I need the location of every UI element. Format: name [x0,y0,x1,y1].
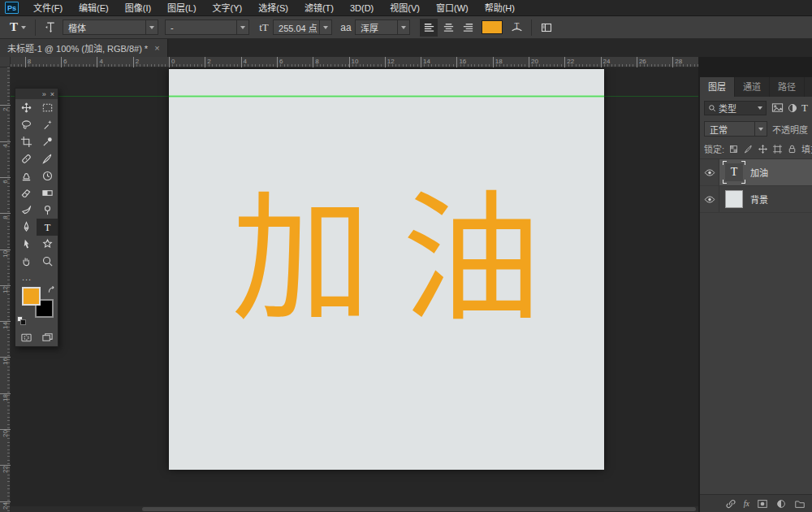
menu-item-9[interactable]: 窗口(W) [428,0,477,16]
ruler-number: 18 [0,393,11,403]
menu-item-3[interactable]: 图层(L) [159,0,204,16]
layers-panel: 图层 通道 路径 类型 T [700,77,812,512]
tab-channels[interactable]: 通道 [735,77,770,97]
align-right-button[interactable] [459,19,477,37]
font-family-select[interactable]: 楷体 [63,20,158,35]
rectangular-marquee-tool[interactable] [37,99,58,116]
lock-position-icon[interactable] [758,144,768,154]
chevron-down-icon[interactable] [236,20,248,34]
layer-row-text[interactable]: T 加油 [700,159,812,186]
pen-tool[interactable] [15,219,37,236]
lock-transparency-icon[interactable] [728,144,739,154]
history-brush-tool[interactable] [37,167,58,184]
filter-pixel-layers-icon[interactable] [771,102,784,114]
dodge-tool[interactable] [37,202,58,219]
font-style-select[interactable]: - [165,20,249,35]
filter-adjustment-layers-icon[interactable] [787,102,798,114]
text-layer-thumbnail[interactable]: T [725,163,743,181]
close-icon[interactable]: × [154,43,159,53]
eraser-tool[interactable] [15,184,37,202]
hand-tool[interactable] [15,253,37,270]
close-icon[interactable]: × [50,90,54,98]
clone-stamp-tool[interactable] [15,167,37,184]
custom-shape-tool[interactable] [37,236,58,253]
tab-layers[interactable]: 图层 [700,77,735,97]
blend-mode-select[interactable]: 正常 [704,121,767,137]
lock-artboard-icon[interactable] [772,144,783,154]
healing-brush-tool[interactable] [15,150,37,167]
ruler-number: 6 [0,177,11,187]
document-tab[interactable]: 未标题-1 @ 100% (加油, RGB/8#) * × [0,39,168,57]
custom-shape-tool-icon [41,238,54,250]
eyedropper-tool[interactable] [37,133,58,150]
move-tool[interactable] [15,99,37,116]
quick-mask-icon[interactable] [20,332,32,344]
ruler-number: 20 [529,57,538,67]
lock-all-icon[interactable] [787,144,797,154]
menu-item-1[interactable]: 编辑(E) [71,0,117,16]
text-orientation-toggle-icon[interactable] [41,19,59,37]
default-colors-icon[interactable] [17,316,27,326]
new-group-icon[interactable] [794,498,806,510]
screen-mode-icon[interactable] [41,332,54,344]
menu-item-0[interactable]: 文件(F) [25,0,71,16]
align-left-button[interactable] [420,19,438,37]
chevron-down-icon[interactable] [145,20,158,34]
quick-selection-tool[interactable] [37,116,58,133]
link-layers-icon[interactable] [725,498,736,510]
edit-toolbar-button[interactable]: ... [15,270,58,284]
guide-line[interactable] [169,95,604,98]
menu-item-4[interactable]: 文字(Y) [205,0,251,16]
menu-item-10[interactable]: 帮助(H) [477,0,523,16]
tool-preset-picker[interactable]: T [6,20,29,34]
path-selection-tool[interactable] [15,236,37,253]
dodge-tool-icon [41,204,54,216]
crop-tool[interactable] [15,133,37,150]
menu-item-2[interactable]: 图像(I) [117,0,159,16]
type-tool-icon: T [41,221,54,233]
layer-visibility-toggle[interactable] [700,159,719,185]
gradient-tool-icon [41,187,54,199]
layer-name[interactable]: 背景 [750,193,768,206]
adjustment-layer-icon[interactable] [775,498,787,510]
layer-name[interactable]: 加油 [750,166,768,179]
photoshop-window: Ps 文件(F)编辑(E)图像(I)图层(L)文字(Y)选择(S)滤镜(T)3D… [0,0,812,512]
horizontal-scrollbar-thumb[interactable] [142,507,696,511]
warp-text-icon[interactable]: T [508,19,525,37]
healing-brush-tool-icon [20,153,32,165]
menu-item-6[interactable]: 滤镜(T) [296,0,342,16]
chevron-down-icon[interactable] [397,20,409,34]
layer-mask-icon[interactable] [757,498,768,510]
layer-visibility-toggle[interactable] [700,186,719,212]
canvas[interactable]: 加油 [169,69,604,470]
layer-filter-select[interactable]: 类型 [704,101,767,115]
zoom-tool[interactable] [37,253,58,270]
toggle-panels-icon[interactable] [538,19,555,37]
font-size-select[interactable]: 255.04 点 [273,20,320,35]
document-title: 未标题-1 @ 100% (加油, RGB/8#) * [7,41,148,54]
layer-style-icon[interactable]: fx [744,499,749,508]
lasso-tool[interactable] [15,116,37,133]
foreground-color-swatch[interactable] [22,287,41,306]
swap-colors-icon[interactable] [47,285,56,294]
tab-paths[interactable]: 路径 [770,77,805,97]
type-tool[interactable]: T [37,219,58,236]
lock-pixels-icon[interactable] [743,144,754,154]
smudge-tool[interactable] [15,202,37,219]
ruler-number: 4 [241,57,247,67]
font-size-dropdown-button[interactable] [320,20,332,35]
anti-alias-select[interactable]: 浑厚 [355,20,410,35]
layer-row-background[interactable]: 背景 [700,186,812,213]
text-color-swatch[interactable] [482,20,503,34]
ruler-number: 22 [0,465,11,475]
collapse-panel-icon[interactable]: » [42,90,46,98]
brush-tool[interactable] [37,150,58,167]
menu-item-7[interactable]: 3D(D) [342,0,382,16]
align-center-button[interactable] [439,19,457,37]
ruler-number: 16 [0,357,11,367]
background-layer-thumbnail[interactable] [725,190,743,208]
menu-item-5[interactable]: 选择(S) [250,0,296,16]
menu-item-8[interactable]: 视图(V) [382,0,428,16]
gradient-tool[interactable] [37,184,58,202]
filter-type-layers-icon[interactable]: T [801,102,808,115]
